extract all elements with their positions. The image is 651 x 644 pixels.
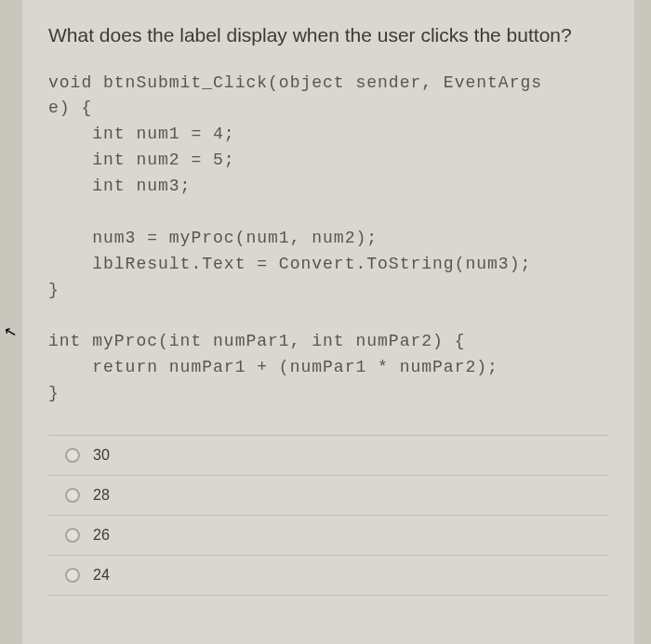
code-block: void btnSubmit_Click(object sender, Even…	[48, 71, 608, 408]
option-row[interactable]: 28	[48, 476, 608, 516]
option-label: 26	[93, 527, 110, 544]
radio-icon[interactable]	[65, 568, 80, 583]
radio-icon[interactable]	[65, 488, 80, 503]
mouse-cursor: ↖	[2, 322, 18, 343]
option-label: 28	[93, 487, 110, 504]
option-row[interactable]: 24	[48, 556, 608, 596]
question-text: What does the label display when the use…	[48, 20, 608, 50]
option-label: 30	[93, 447, 110, 464]
option-row[interactable]: 30	[48, 435, 608, 476]
option-row[interactable]: 26	[48, 516, 608, 556]
options-list: 30 28 26 24	[48, 435, 608, 596]
option-label: 24	[93, 567, 110, 584]
radio-icon[interactable]	[65, 528, 80, 543]
radio-icon[interactable]	[65, 448, 80, 463]
question-card: What does the label display when the use…	[22, 0, 634, 644]
